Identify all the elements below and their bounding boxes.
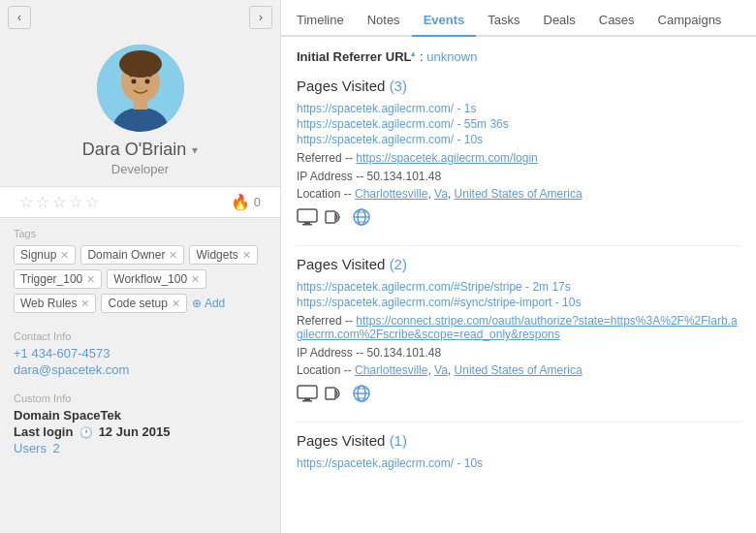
referrer-label: Initial Referrer URL (297, 49, 411, 64)
star-1[interactable]: ☆ (19, 193, 33, 211)
add-tag-icon: ⊕ (192, 297, 202, 310)
ip-row-2: IP Address -- 50.134.101.48 (297, 346, 740, 360)
remove-tag-web-rules[interactable]: ✕ (80, 298, 89, 310)
tab-tasks[interactable]: Tasks (476, 5, 531, 37)
remove-tag-domain-owner[interactable]: ✕ (169, 249, 177, 262)
clock-icon: 🕐 (79, 426, 93, 438)
star-3[interactable]: ☆ (52, 193, 66, 211)
svg-rect-21 (326, 388, 335, 399)
content-area: Initial Referrer URL▴ : unknown Pages Vi… (281, 37, 756, 533)
globe-icon-1 (351, 206, 372, 228)
monitor-icon-1 (297, 206, 318, 228)
pages-title-2: Pages Visited (2) (297, 256, 740, 272)
svg-rect-19 (304, 398, 310, 400)
device-icons-1 (297, 206, 740, 228)
tag-signup: Signup ✕ (14, 245, 76, 265)
next-arrow[interactable]: › (249, 6, 272, 29)
page-link-2-2[interactable]: https://spacetek.agilecrm.com/#sync/stri… (297, 296, 740, 309)
star-2[interactable]: ☆ (36, 193, 49, 211)
name-row: Dara O'Briain ▾ (0, 140, 280, 160)
contact-info-label: Contact Info (14, 330, 267, 342)
svg-point-7 (131, 79, 136, 84)
speaker-icon-2 (324, 383, 345, 404)
domain-row: Domain SpaceTek (14, 408, 267, 423)
remove-tag-trigger100[interactable]: ✕ (86, 273, 95, 286)
tags-label: Tags (14, 228, 267, 239)
loc-usa-1[interactable]: United States of America (455, 187, 583, 201)
fire-score: 🔥 0 (231, 193, 261, 211)
dropdown-arrow-icon[interactable]: ▾ (192, 143, 198, 157)
globe-icon-2 (351, 383, 372, 404)
page-link-1-1[interactable]: https://spacetek.agilecrm.com/ - 1s (297, 102, 740, 115)
referred-row-1: Referred -- https://spacetek.agilecrm.co… (297, 151, 740, 165)
svg-rect-11 (302, 224, 312, 226)
tab-notes[interactable]: Notes (356, 5, 412, 37)
contact-phone[interactable]: +1 434-607-4573 (14, 346, 267, 361)
star-4[interactable]: ☆ (69, 193, 82, 211)
fire-icon: 🔥 (231, 193, 250, 211)
star-rating[interactable]: ☆ ☆ ☆ ☆ ☆ (19, 193, 99, 211)
tab-deals[interactable]: Deals (532, 5, 587, 37)
rating-row: ☆ ☆ ☆ ☆ ☆ 🔥 0 (0, 186, 280, 218)
tags-container: Signup ✕ Domain Owner ✕ Widgets ✕ Trigge… (14, 245, 267, 313)
page-link-2-1[interactable]: https://spacetek.agilecrm.com/#Stripe/st… (297, 280, 740, 294)
pages-count-1: (3) (390, 78, 407, 94)
location-row-1: Location -- Charlottesville, Va, United … (297, 187, 740, 201)
referrer-value: unknown (426, 49, 477, 64)
svg-rect-6 (134, 98, 147, 110)
tags-section: Tags Signup ✕ Domain Owner ✕ Widgets ✕ T… (0, 218, 280, 323)
pages-title-3: Pages Visited (1) (297, 432, 740, 449)
svg-rect-12 (326, 211, 335, 223)
tab-timeline[interactable]: Timeline (285, 5, 356, 37)
pages-block-3: Pages Visited (1) https://spacetek.agile… (297, 432, 740, 470)
svg-rect-20 (302, 400, 312, 402)
loc-va-1[interactable]: Va (434, 187, 448, 201)
ip-row-1: IP Address -- 50.134.101.48 (297, 170, 740, 183)
referred-link-1[interactable]: https://spacetek.agilecrm.com/login (356, 151, 537, 165)
remove-tag-widgets[interactable]: ✕ (242, 249, 251, 262)
prev-arrow[interactable]: ‹ (8, 6, 31, 29)
remove-tag-workflow100[interactable]: ✕ (191, 273, 200, 286)
users-row: Users 2 (14, 441, 267, 455)
tab-events[interactable]: Events (412, 5, 477, 37)
last-login-label: Last login (14, 424, 73, 439)
domain-label: Domain (14, 408, 60, 423)
svg-rect-10 (304, 222, 310, 224)
add-tag-label: Add (205, 297, 225, 310)
tab-cases[interactable]: Cases (587, 5, 646, 37)
referred-link-2[interactable]: https://connect.stripe.com/oauth/authori… (297, 314, 738, 341)
avatar (97, 45, 184, 132)
pages-count-3: (1) (390, 432, 407, 449)
loc-usa-2[interactable]: United States of America (455, 363, 583, 377)
contact-email[interactable]: dara@spacetek.com (14, 362, 267, 377)
location-row-2: Location -- Charlottesville, Va, United … (297, 363, 740, 377)
tabs-bar: Timeline Notes Events Tasks Deals Cases … (281, 0, 756, 37)
svg-point-4 (119, 50, 162, 78)
add-tag-button[interactable]: ⊕ Add (192, 294, 225, 313)
remove-tag-signup[interactable]: ✕ (60, 249, 69, 262)
loc-charlottesville-2[interactable]: Charlottesville (355, 363, 427, 377)
custom-info-label: Custom Info (14, 392, 267, 404)
loc-charlottesville-1[interactable]: Charlottesville (355, 187, 427, 201)
page-link-3-1[interactable]: https://spacetek.agilecrm.com/ - 10s (297, 456, 740, 470)
domain-value: SpaceTek (63, 408, 121, 423)
page-link-1-2[interactable]: https://spacetek.agilecrm.com/ - 55m 36s (297, 117, 740, 131)
star-5[interactable]: ☆ (85, 193, 99, 211)
contact-name: Dara O'Briain (82, 140, 186, 160)
users-value: 2 (53, 441, 60, 455)
svg-rect-18 (298, 386, 317, 398)
left-panel: ‹ › (0, 0, 281, 533)
remove-tag-code-setup[interactable]: ✕ (172, 298, 180, 310)
tab-campaigns[interactable]: Campaigns (646, 5, 734, 37)
svg-rect-9 (298, 209, 317, 222)
divider-1 (297, 245, 740, 246)
svg-point-8 (144, 79, 149, 84)
tag-trigger100: Trigger_100 ✕ (14, 269, 102, 289)
pages-block-2: Pages Visited (2) https://spacetek.agile… (297, 256, 740, 404)
loc-va-2[interactable]: Va (434, 363, 448, 377)
page-link-1-3[interactable]: https://spacetek.agilecrm.com/ - 10s (297, 133, 740, 146)
users-label: Users (14, 441, 47, 455)
divider-2 (297, 422, 740, 423)
right-panel: Timeline Notes Events Tasks Deals Cases … (281, 0, 756, 533)
custom-info-section: Custom Info Domain SpaceTek Last login 🕐… (0, 385, 280, 463)
